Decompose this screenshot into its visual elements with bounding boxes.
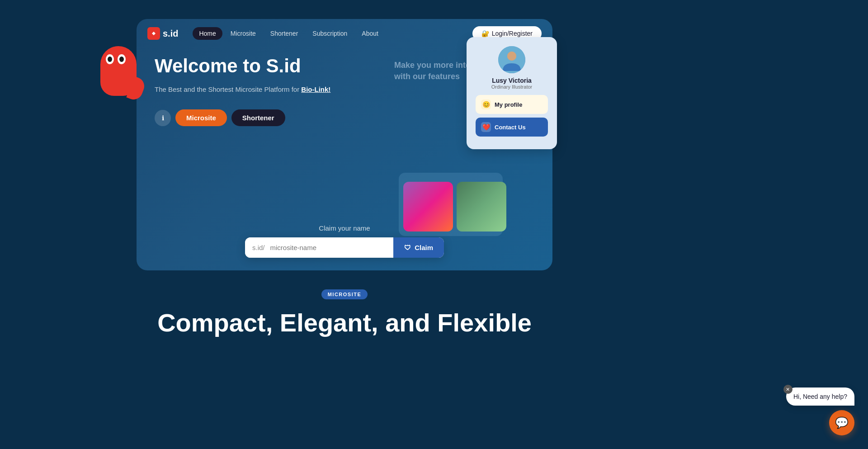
claim-input[interactable] [270,237,394,258]
chat-widget: ✕ Hi, Need any help? 💬 [786,388,854,435]
svg-point-2 [507,52,516,61]
bio-link-link[interactable]: Bio-Link! [301,85,330,93]
main-card: s.id Home Microsite Shortener Subscripti… [137,19,552,270]
hero-subtitle-text: The Best and the Shortest Microsite Plat… [155,85,301,93]
my-profile-label: My profile [495,101,522,108]
info-icon: ℹ [162,114,164,122]
chat-open-button[interactable]: 💬 [829,410,854,435]
chat-close-button[interactable]: ✕ [783,385,793,394]
profile-avatar [498,46,525,73]
my-profile-emoji: 😊 [481,99,491,109]
profile-name: Lusy Victoria [476,77,548,84]
microsite-button[interactable]: Microsite [175,109,227,126]
nav-shortener[interactable]: Shortener [264,27,304,40]
contact-us-button[interactable]: ❤️ Contact Us [476,118,548,137]
mockup-area: Make you more interesting with our featu… [421,37,566,236]
claim-input-row: s.id/ 🛡 Claim [245,237,444,258]
contact-us-label: Contact Us [495,124,526,131]
nav-about[interactable]: About [355,27,385,40]
contact-us-emoji: ❤️ [481,122,491,132]
logo-text: s.id [163,28,178,39]
logo-icon [147,27,160,40]
hero-buttons: ℹ Microsite Shortener [155,109,354,126]
nav-microsite[interactable]: Microsite [224,27,262,40]
claim-prefix: s.id/ [245,237,270,258]
nav-subscription[interactable]: Subscription [306,27,354,40]
claim-shield-icon: 🛡 [404,244,411,251]
chat-icon: 💬 [835,416,849,429]
shortener-button[interactable]: Shortener [231,109,285,126]
gallery-image-1 [403,182,453,232]
logo[interactable]: s.id [147,27,178,40]
mascot [100,46,141,109]
bottom-section: MICROSITE Compact, Elegant, and Flexible [137,289,552,337]
chat-bubble: Hi, Need any help? [786,388,854,406]
claim-btn-label: Claim [415,244,433,251]
login-label: Login/Register [492,30,533,37]
profile-card: Lusy Victoria Ordinary Illustrator 😊 My … [467,37,557,149]
microsite-badge: MICROSITE [321,289,368,299]
hero-subtitle: The Best and the Shortest Microsite Plat… [155,84,354,95]
gallery-card [403,182,506,232]
profile-role: Ordinary Illustrator [476,84,548,90]
login-icon: 🔐 [481,30,489,37]
chat-bubble-container: ✕ Hi, Need any help? [786,388,854,406]
hero-section: Welcome to S.id The Best and the Shortes… [155,55,354,126]
info-button[interactable]: ℹ [155,110,171,126]
my-profile-button[interactable]: 😊 My profile [476,95,548,114]
gallery-image-2 [457,182,506,232]
nav-home[interactable]: Home [193,27,222,40]
make-you-line2: with our features [394,72,460,81]
hero-title: Welcome to S.id [155,55,354,77]
bottom-title: Compact, Elegant, and Flexible [137,308,552,337]
claim-button[interactable]: 🛡 Claim [393,237,444,258]
